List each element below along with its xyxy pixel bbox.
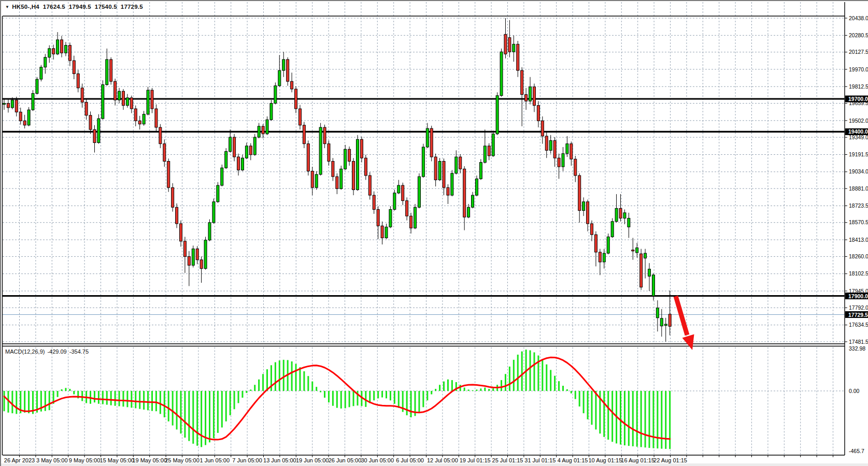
svg-text:19034.0: 19034.0 — [849, 168, 868, 174]
svg-text:18413.0: 18413.0 — [849, 237, 868, 243]
svg-text:18723.5: 18723.5 — [849, 202, 868, 209]
svg-text:26 Apr 2023: 26 Apr 2023 — [4, 457, 35, 463]
svg-text:12 Jul 05:00: 12 Jul 05:00 — [427, 457, 458, 463]
svg-text:9 May 05:00: 9 May 05:00 — [69, 457, 101, 463]
svg-text:30 Jun 05:00: 30 Jun 05:00 — [361, 457, 394, 463]
macd-signal-value: -354.75 — [69, 348, 89, 355]
price-axis[interactable]: 20438.020280.520127.519970.019812.519659… — [845, 15, 868, 454]
svg-text:17634.5: 17634.5 — [849, 322, 868, 328]
symbol-ohlc-bar: ▼HK50-,H417624.517949.517540.517729.5 — [5, 4, 147, 10]
svg-text:18260.0: 18260.0 — [849, 253, 868, 259]
svg-text:19970.0: 19970.0 — [849, 66, 868, 72]
macd-main-value: -429.09 — [47, 348, 66, 355]
svg-text:1 Jun 05:00: 1 Jun 05:00 — [200, 457, 230, 463]
window-bottom-edge — [1, 463, 868, 466]
svg-text:19502.0: 19502.0 — [849, 118, 868, 124]
svg-text:3 May 05:00: 3 May 05:00 — [36, 457, 68, 463]
candles-layer[interactable] — [3, 18, 672, 342]
svg-text:20438.0: 20438.0 — [849, 15, 868, 21]
svg-text:17792.0: 17792.0 — [849, 304, 868, 311]
macd-indicator-label: MACD(12,26,9)-429.09-354.75 — [5, 348, 91, 355]
svg-text:18102.5: 18102.5 — [849, 270, 868, 276]
svg-text:16 Aug 01:15: 16 Aug 01:15 — [621, 457, 654, 463]
macd-panel[interactable] — [4, 350, 671, 449]
svg-text:15 May 05:00: 15 May 05:00 — [100, 457, 135, 463]
svg-text:26 Jun 05:00: 26 Jun 05:00 — [329, 457, 362, 463]
svg-text:-465.7: -465.7 — [849, 448, 864, 454]
support-resistance-lines[interactable] — [3, 99, 845, 296]
svg-text:17481.5: 17481.5 — [849, 339, 868, 345]
svg-text:13 Jun 05:00: 13 Jun 05:00 — [263, 457, 296, 463]
svg-text:6 Jul 05:00: 6 Jul 05:00 — [396, 457, 424, 463]
svg-text:19191.5: 19191.5 — [849, 151, 868, 157]
chart-frames — [3, 2, 845, 455]
svg-text:22 Aug 01:15: 22 Aug 01:15 — [653, 457, 687, 463]
svg-text:18881.0: 18881.0 — [849, 185, 868, 192]
svg-text:20127.5: 20127.5 — [849, 49, 868, 55]
svg-text:17900.0: 17900.0 — [848, 293, 868, 299]
ohlc-low: 17540.5 — [95, 4, 117, 10]
chart-svg: 20438.020280.520127.519970.019812.519659… — [1, 1, 868, 466]
svg-text:19 Jun 05:00: 19 Jun 05:00 — [296, 457, 329, 463]
time-axis[interactable]: 26 Apr 20233 May 05:009 May 05:0015 May … — [4, 455, 833, 463]
svg-text:10 Aug 01:15: 10 Aug 01:15 — [588, 457, 622, 463]
svg-text:18570.5: 18570.5 — [849, 219, 868, 225]
svg-text:19812.5: 19812.5 — [849, 83, 868, 90]
svg-text:20280.5: 20280.5 — [849, 32, 868, 38]
symbol-name: HK50-,H4 — [12, 4, 39, 10]
svg-text:0.00: 0.00 — [849, 388, 860, 394]
macd-name: MACD(12,26,9) — [5, 348, 45, 355]
chart-window: 20438.020280.520127.519970.019812.519659… — [0, 0, 868, 466]
svg-text:19 May 05:00: 19 May 05:00 — [132, 457, 167, 463]
svg-text:19400.0: 19400.0 — [848, 128, 868, 135]
ohlc-open: 17624.5 — [43, 4, 65, 10]
svg-text:4 Aug 01:15: 4 Aug 01:15 — [558, 457, 588, 463]
svg-text:17729.5: 17729.5 — [848, 312, 868, 318]
svg-text:19700.0: 19700.0 — [848, 96, 868, 102]
grid-layer — [3, 2, 845, 455]
svg-text:25 May 05:00: 25 May 05:00 — [165, 457, 200, 463]
ohlc-high: 17949.5 — [69, 4, 91, 10]
svg-text:332.98: 332.98 — [849, 345, 865, 352]
symbol-dropdown-icon[interactable]: ▼ — [5, 5, 9, 9]
svg-text:31 Jul 01:15: 31 Jul 01:15 — [524, 457, 556, 463]
svg-text:7 Jun 05:00: 7 Jun 05:00 — [232, 457, 262, 463]
svg-text:19 Jul 01:15: 19 Jul 01:15 — [460, 457, 491, 463]
ohlc-close: 17729.5 — [121, 4, 143, 10]
svg-text:25 Jul 01:15: 25 Jul 01:15 — [492, 457, 523, 463]
